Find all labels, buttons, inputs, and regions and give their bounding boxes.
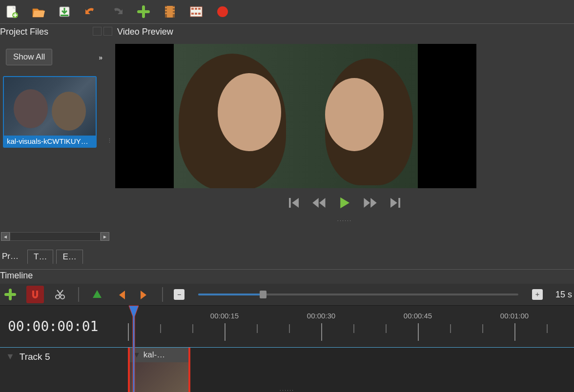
- svg-rect-11: [173, 10, 175, 11]
- preview-frame: [115, 44, 476, 188]
- vertical-splitter[interactable]: ⋮⋮: [110, 40, 115, 241]
- jump-end-button[interactable]: [388, 196, 403, 212]
- zoom-label: 15 s: [555, 290, 572, 300]
- svg-rect-17: [191, 13, 194, 15]
- undo-button[interactable]: [83, 4, 99, 20]
- panel-headers: Project Files Video Preview: [0, 23, 574, 40]
- horizontal-splitter[interactable]: ······: [115, 217, 574, 223]
- open-project-button[interactable]: [30, 4, 46, 20]
- ruler-mark: 00:01:00: [500, 312, 529, 320]
- video-preview-panel: ······: [115, 40, 574, 241]
- project-files-panel: Show All » kal-visuals-kCWTIKUY… ◄ ►: [0, 40, 110, 241]
- save-project-button[interactable]: [57, 4, 72, 20]
- import-files-button[interactable]: [136, 4, 151, 20]
- scroll-left-icon[interactable]: ◄: [1, 232, 10, 241]
- current-time: 00:00:00:01: [8, 318, 98, 334]
- svg-rect-14: [191, 8, 194, 10]
- rewind-button[interactable]: [312, 196, 327, 212]
- tab-effects[interactable]: E…: [56, 250, 82, 264]
- timeline-header: Timeline: [0, 269, 574, 284]
- project-files-header: Project Files: [0, 27, 48, 37]
- svg-point-20: [217, 6, 228, 17]
- add-marker-button[interactable]: [90, 287, 104, 302]
- redo-button[interactable]: [109, 4, 125, 20]
- main-toolbar: [0, 0, 574, 23]
- svg-rect-9: [165, 13, 167, 14]
- fast-forward-button[interactable]: [363, 196, 377, 212]
- svg-rect-3: [61, 15, 68, 16]
- svg-rect-15: [195, 8, 197, 10]
- transport-controls: [115, 191, 574, 216]
- preview-image: [174, 44, 418, 188]
- export-button[interactable]: [215, 4, 230, 20]
- tab-transitions[interactable]: T…: [27, 250, 53, 264]
- project-panel-tabs: Pr… T… E…: [0, 250, 83, 264]
- svg-rect-7: [165, 7, 167, 8]
- show-all-button[interactable]: Show All: [6, 49, 52, 65]
- svg-rect-19: [198, 13, 201, 15]
- razor-button[interactable]: [53, 287, 67, 302]
- zoom-handle[interactable]: [260, 291, 266, 298]
- next-marker-button[interactable]: [137, 287, 151, 302]
- svg-rect-8: [165, 10, 167, 11]
- zoom-out-button[interactable]: −: [174, 289, 184, 300]
- ruler-mark: 00:00:45: [404, 312, 432, 320]
- project-file-thumbnail: [4, 77, 96, 136]
- filmstrip-icon[interactable]: [162, 4, 178, 20]
- chevron-down-icon[interactable]: ▼: [6, 352, 15, 362]
- new-project-button[interactable]: [4, 4, 20, 20]
- timeline-splitter[interactable]: ······: [280, 387, 294, 392]
- timeline-clip[interactable]: ▼ kal-…: [128, 348, 190, 392]
- jump-start-button[interactable]: [287, 196, 301, 212]
- add-track-button[interactable]: [3, 287, 18, 302]
- storyboard-icon[interactable]: [188, 4, 204, 20]
- ruler-mark: 00:00:15: [210, 312, 239, 320]
- panel-float-icon[interactable]: [93, 27, 102, 36]
- track-body[interactable]: ▼ kal-…: [128, 348, 574, 392]
- tab-project-files[interactable]: Pr…: [2, 250, 24, 264]
- track-name: Track 5: [20, 352, 50, 362]
- project-file-label: kal-visuals-kCWTIKUY…: [4, 136, 96, 147]
- video-preview-header: Video Preview: [117, 27, 173, 37]
- chevron-down-icon[interactable]: ▼: [133, 351, 141, 359]
- filter-expand-icon[interactable]: »: [99, 54, 101, 61]
- svg-rect-10: [173, 7, 175, 8]
- timeline-tracks: ▼ Track 5 ▼ kal-…: [0, 347, 574, 392]
- svg-rect-18: [195, 13, 197, 15]
- zoom-slider[interactable]: [198, 294, 518, 295]
- clip-thumbnail: [130, 362, 188, 392]
- timeline-section: Timeline − ＋ 15 s 00:00:00:01: [0, 269, 574, 392]
- scroll-right-icon[interactable]: ►: [101, 232, 109, 241]
- prev-marker-button[interactable]: [113, 287, 128, 302]
- track-header[interactable]: ▼ Track 5: [0, 348, 128, 392]
- svg-rect-16: [198, 8, 201, 10]
- zoom-in-button[interactable]: ＋: [532, 289, 543, 300]
- clip-label: kal-…: [144, 350, 165, 360]
- svg-rect-12: [173, 13, 175, 14]
- track-row: ▼ Track 5 ▼ kal-…: [0, 347, 574, 392]
- ruler-mark: 00:00:30: [307, 312, 335, 320]
- timeline-toolbar: − ＋ 15 s: [0, 284, 574, 305]
- project-file-item[interactable]: kal-visuals-kCWTIKUY…: [3, 76, 97, 148]
- play-button[interactable]: [337, 196, 352, 212]
- project-scrollbar[interactable]: ◄ ►: [1, 232, 109, 241]
- timeline-ruler[interactable]: 00:00:00:01 00:00:15 00:00:30 00:00:45 0…: [0, 305, 574, 347]
- panel-close-icon[interactable]: [103, 27, 112, 36]
- snap-button[interactable]: [26, 286, 44, 303]
